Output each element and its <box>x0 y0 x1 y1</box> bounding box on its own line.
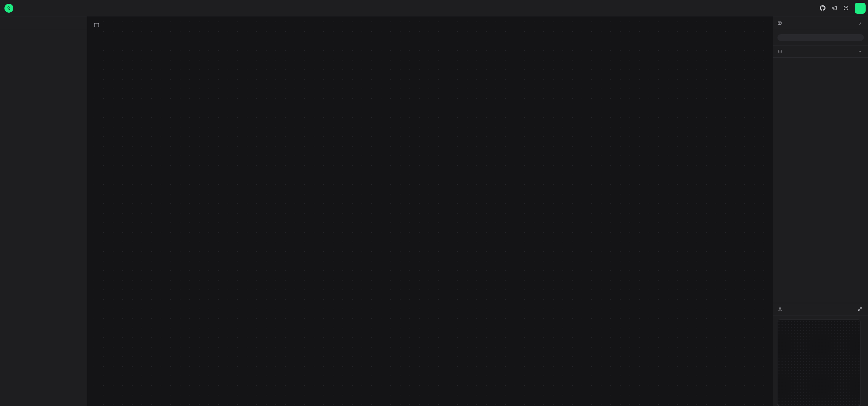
minimap-edges <box>777 320 861 403</box>
chevron-up-icon <box>858 49 862 54</box>
sidebar <box>0 16 87 406</box>
rows-icon <box>778 49 782 54</box>
related-tables-minimap[interactable] <box>777 320 861 406</box>
sidebar-toggle-button[interactable] <box>92 21 101 29</box>
erd-edges <box>87 16 773 406</box>
chevron-right-icon <box>858 21 863 26</box>
liam-logo-icon[interactable] <box>4 4 13 13</box>
detail-panel-header <box>773 16 868 30</box>
erd-canvas[interactable] <box>87 16 773 406</box>
expand-icon <box>858 307 862 311</box>
related-tables-section <box>773 303 868 406</box>
announcement-button[interactable] <box>829 3 839 13</box>
waypoints-icon <box>778 307 782 311</box>
github-icon <box>820 5 826 11</box>
columns-section-header <box>773 45 868 58</box>
topbar-actions <box>818 3 868 14</box>
table-description <box>777 34 864 41</box>
open-related-tables-button[interactable] <box>856 306 864 313</box>
topbar <box>0 0 868 16</box>
panel-close-button[interactable] <box>856 19 864 27</box>
sidebar-header <box>0 16 87 30</box>
related-tables-header <box>773 303 868 315</box>
github-button[interactable] <box>818 3 827 13</box>
table-icon <box>777 21 782 25</box>
sidebar-table-list <box>0 30 87 32</box>
help-icon <box>843 5 849 11</box>
panel-left-icon <box>94 22 99 28</box>
columns-collapse-button[interactable] <box>856 48 864 55</box>
help-button[interactable] <box>841 3 851 13</box>
detail-panel <box>773 16 868 406</box>
copy-link-button[interactable] <box>855 3 866 14</box>
megaphone-icon <box>831 5 837 11</box>
